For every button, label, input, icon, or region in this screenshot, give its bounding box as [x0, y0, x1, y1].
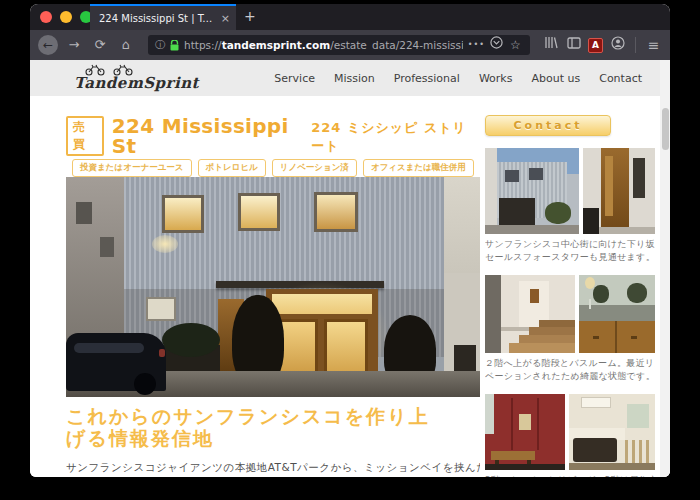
sidebar-toggle-icon[interactable]: [565, 36, 582, 54]
gallery-photo-exterior: [485, 148, 655, 234]
gallery-photo-kitchen-living: [485, 394, 655, 470]
forward-icon[interactable]: →: [64, 35, 84, 55]
gallery-caption: サンフランシスコ中心街に向けた下り坂。 セールスフォースタワーも見通せます。: [485, 238, 655, 263]
reload-icon[interactable]: ⟳: [90, 35, 110, 55]
account-icon[interactable]: [609, 36, 626, 55]
url-bar[interactable]: ⓘ https://tandemsprint.com/estate_data/2…: [148, 35, 530, 55]
bookmark-star-icon[interactable]: ☆: [508, 36, 523, 54]
site-nav: Service Mission Professional Works About…: [274, 60, 642, 96]
browser-tab-bar: 224 Mississippi St | TandemSprint × +: [30, 4, 670, 30]
upper-window: [162, 195, 204, 233]
listing-tags: 投資またはオーナーユース ポトレロヒル リノベーション済 オフィスまたは職住併用: [66, 159, 480, 177]
new-tab-button[interactable]: +: [244, 8, 256, 24]
tag-investment[interactable]: 投資またはオーナーユース: [72, 159, 191, 177]
tag-office-livework[interactable]: オフィスまたは職住併用: [363, 159, 474, 177]
gallery-photo-stairs-bath: [485, 275, 655, 353]
scrollbar-thumb[interactable]: [662, 108, 669, 150]
tab-title: 224 Mississippi St | TandemSprint: [99, 13, 216, 24]
upper-window: [314, 192, 358, 232]
lower-window: [146, 297, 176, 321]
browser-window: 224 Mississippi St | TandemSprint × + ← …: [30, 4, 670, 477]
menu-icon[interactable]: ≡: [645, 36, 662, 54]
main-column: 売買 224 Mississippi St 224 ミシシッピ ストリート 投資…: [66, 96, 480, 477]
sidebar: Contact: [485, 96, 655, 477]
url-domain: tandemsprint.com: [222, 39, 331, 51]
nav-item-works[interactable]: Works: [479, 72, 513, 85]
listing-title-ja: 224 ミシシッピ ストリート: [311, 119, 480, 156]
main-property-photo: [66, 177, 480, 397]
url-scheme: https://: [184, 39, 222, 51]
window-minimize-button[interactable]: [60, 11, 72, 23]
home-icon[interactable]: ⌂: [116, 35, 136, 55]
back-icon[interactable]: ←: [38, 35, 58, 55]
site-header: TandemSprint Service Mission Professiona…: [30, 60, 670, 96]
nav-item-mission[interactable]: Mission: [334, 72, 375, 85]
nav-item-professional[interactable]: Professional: [394, 72, 460, 85]
library-icon[interactable]: [542, 36, 559, 54]
tab-close-icon[interactable]: ×: [221, 12, 230, 25]
photo-living-room: [569, 394, 655, 470]
site-logo[interactable]: TandemSprint: [74, 62, 199, 92]
wall-lamp-glow: [152, 235, 178, 253]
gallery-caption: 2階のキッチンとリビング。2階は居住空間 として使われています。: [485, 474, 655, 477]
car-taillight: [159, 349, 165, 357]
nav-item-service[interactable]: Service: [274, 72, 315, 85]
nav-item-about-us[interactable]: About us: [531, 72, 580, 85]
shrub: [162, 323, 220, 357]
article-heading: これからのサンフランシスコを作り上 げる情報発信地: [66, 405, 480, 449]
tag-potrero-hill[interactable]: ポトレロヒル: [198, 159, 266, 177]
window-controls: [40, 11, 92, 23]
photo-front-door: [583, 148, 655, 234]
photo-street-view: [485, 148, 579, 234]
url-path: /estate_data/224-mississippi-st/: [330, 39, 463, 51]
photo-staircase: [485, 275, 575, 353]
tag-renovated[interactable]: リノベーション済: [272, 159, 357, 177]
page-viewport: TandemSprint Service Mission Professiona…: [30, 60, 670, 477]
sale-badge: 売買: [66, 116, 104, 156]
page-actions-icon[interactable]: •••: [468, 36, 485, 54]
window-close-button[interactable]: [40, 11, 52, 23]
toolbar-separator: [635, 37, 636, 53]
browser-tab[interactable]: 224 Mississippi St | TandemSprint ×: [90, 4, 236, 30]
site-info-icon[interactable]: ⓘ: [155, 38, 165, 52]
nav-item-contact[interactable]: Contact: [599, 72, 642, 85]
upper-window: [238, 193, 280, 231]
photo-red-kitchen: [485, 394, 565, 470]
contact-button[interactable]: Contact: [485, 115, 611, 136]
listing-heading-row: 売買 224 Mississippi St 224 ミシシッピ ストリート: [66, 116, 480, 156]
article-paragraph: サンフランシスコジャイアンツの本拠地AT&Tパークから、ミッションベイを挟んだこ…: [66, 457, 480, 477]
browser-toolbar: ← → ⟳ ⌂ ⓘ https://tandemsprint.com/estat…: [30, 30, 670, 60]
gallery-caption: ２階へ上がる階段とバスルーム。最近リノ ベーションされたため綺麗な状態です。: [485, 357, 655, 382]
photo-bathroom: [579, 275, 655, 353]
url-text: https://tandemsprint.com/estate_data/224…: [184, 39, 463, 51]
adobe-pdf-icon[interactable]: A: [588, 38, 603, 53]
site-logo-text: TandemSprint: [74, 74, 199, 92]
car-wheel: [134, 373, 156, 395]
page-scrollbar[interactable]: [660, 60, 670, 477]
lock-icon: [170, 40, 179, 51]
pocket-icon[interactable]: [490, 36, 503, 54]
listing-title-en: 224 Mississippi St: [112, 116, 303, 156]
